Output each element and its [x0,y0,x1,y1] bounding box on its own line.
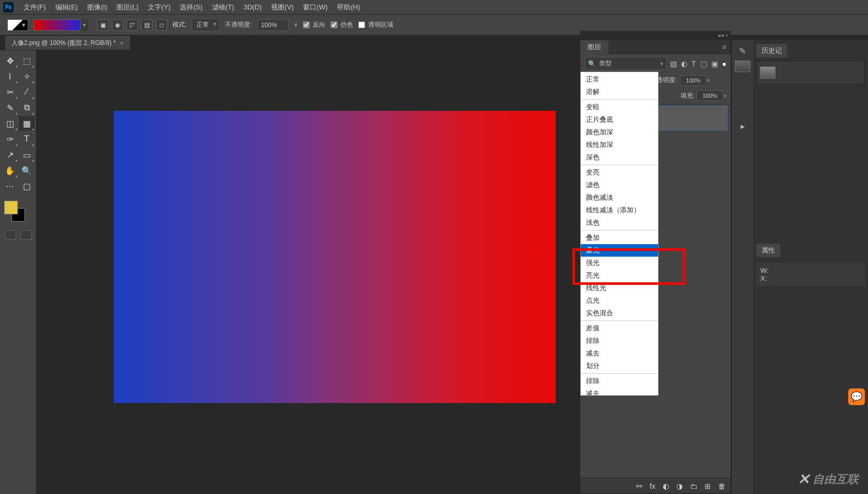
artboard-tool[interactable]: ▢ [19,179,34,193]
blend-vividlight[interactable]: 亮光 [581,269,658,282]
menu-3d[interactable]: 3D(D) [239,3,266,11]
type-tool[interactable]: T [19,132,34,146]
document-tab[interactable]: 人像2.png @ 100% (图层 2, RGB/8) * × [5,36,130,50]
blend-subtract2[interactable]: 减去 [581,387,658,396]
blend-exclusion2[interactable]: 排除 [581,375,658,387]
canvas[interactable] [114,111,556,403]
eyedropper-tool[interactable]: ⁄ [19,85,34,99]
blend-divide[interactable]: 划分 [581,360,658,372]
hand-tool[interactable]: ✋ [2,163,18,178]
menu-file[interactable]: 文件(F) [19,3,51,12]
menu-layer[interactable]: 图层(L) [112,3,143,12]
fill-input[interactable]: 100% [697,90,723,101]
blend-normal[interactable]: 正常 [581,73,658,86]
history-tab[interactable]: 历史记 [756,44,787,58]
filter-pixel-icon[interactable]: ▧ [670,60,677,68]
gradient-tool[interactable]: ▦ [19,116,34,131]
color-wells[interactable] [2,199,34,225]
layer-mask-icon[interactable]: ◐ [663,482,669,490]
opacity-input[interactable]: 100% [257,19,289,31]
gradient-diamond-icon[interactable]: ◇ [156,19,167,31]
menu-view[interactable]: 视图(V) [266,3,298,12]
menu-edit[interactable]: 编辑(E) [51,3,83,12]
foreground-color[interactable] [4,201,18,214]
move-tool[interactable]: ✥ [2,53,18,68]
filter-adjust-icon[interactable]: ◐ [681,60,687,68]
history-row[interactable] [756,61,865,85]
blend-dissolve[interactable]: 溶解 [581,86,658,98]
adjustment-layer-icon[interactable]: ◑ [676,482,683,490]
lasso-tool[interactable]: ⌇ [2,69,18,84]
blend-lighten[interactable]: 变亮 [581,166,658,179]
blend-mode-dropdown[interactable]: 正常 溶解 变暗 正片叠底 颜色加深 线性加深 深色 变亮 滤色 颜色减淡 线性… [580,72,659,396]
transparency-checkbox[interactable]: 透明区域 [358,20,393,29]
panel-collapse-icon[interactable]: ◂◂ × [718,32,729,39]
mode-select[interactable]: 正常 [192,18,220,31]
reverse-checkbox[interactable]: 反向 [303,20,325,29]
blend-exclusion[interactable]: 排除 [581,335,658,347]
blend-hardmix[interactable]: 实色混合 [581,307,658,319]
path-tool[interactable]: ↗ [2,147,18,162]
gradient-angle-icon[interactable]: ◸ [126,19,138,31]
clone-tool[interactable]: ⧉ [19,100,34,115]
blend-subtract[interactable]: 减去 [581,347,658,360]
filter-shape-icon[interactable]: ▢ [700,60,707,68]
blend-pinlight[interactable]: 点光 [581,294,658,307]
crop-tool[interactable]: ✂ [2,85,18,99]
blend-difference[interactable]: 差值 [581,322,658,335]
pen-tool[interactable]: ✑ [2,132,18,146]
dither-checkbox[interactable]: 仿色 [331,20,353,29]
menu-help[interactable]: 帮助(H) [332,3,365,12]
new-layer-icon[interactable]: ⊞ [705,482,711,490]
blend-screen[interactable]: 滤色 [581,179,658,191]
menu-select[interactable]: 选择(S) [175,3,207,12]
layers-tab[interactable]: 图层 [580,40,608,54]
filter-toggle-icon[interactable]: ● [722,60,726,68]
brush-panel-icon[interactable]: ✎ [735,43,750,59]
brush-tool[interactable]: ✎ [2,100,18,115]
mini-thumb[interactable] [735,61,750,72]
shape-tool[interactable]: ▭ [19,147,34,162]
gradient-linear-icon[interactable]: ▣ [97,19,109,31]
blend-hardlight[interactable]: 强光 [581,257,658,269]
blend-overlay[interactable]: 叠加 [581,232,658,244]
layer-filter-type[interactable]: 🔍类型 [584,57,667,70]
blend-darkercolor[interactable]: 深色 [581,151,658,164]
eraser-tool[interactable]: ◫ [2,116,18,131]
gradient-radial-icon[interactable]: ◉ [112,19,123,31]
tool-preset-picker[interactable] [7,19,28,31]
filter-type-icon[interactable]: T [691,60,696,68]
layer-fx-icon[interactable]: fx [650,482,655,490]
menu-image[interactable]: 图像(I) [83,3,112,12]
menu-window[interactable]: 窗口(W) [298,3,332,12]
gradient-preview[interactable] [33,19,80,31]
screenmode-icon[interactable] [20,230,32,239]
menu-filter[interactable]: 滤镜(T) [207,3,239,12]
blend-linearlight[interactable]: 线性光 [581,282,658,294]
blend-softlight[interactable]: 柔光 [581,244,658,257]
blend-lineardodge[interactable]: 线性减淡（添加） [581,204,658,216]
edit-toolbar[interactable]: ⋯ [2,179,18,193]
close-tab-icon[interactable]: × [120,40,124,47]
link-layers-icon[interactable]: ⚯ [636,482,642,490]
panel-menu-icon[interactable]: ≡ [718,43,731,51]
blend-lightercolor[interactable]: 浅色 [581,216,658,229]
menu-text[interactable]: 文字(Y) [143,3,175,12]
blend-colorburn[interactable]: 颜色加深 [581,126,658,139]
zoom-tool[interactable]: 🔍 [19,163,34,178]
blend-multiply[interactable]: 正片叠底 [581,113,658,126]
gradient-dropdown[interactable]: ▾ [80,19,88,31]
new-group-icon[interactable]: 🗀 [690,482,697,490]
quickmask-icon[interactable] [5,230,16,239]
layer-opacity-input[interactable]: 100% [680,75,706,86]
magic-wand-tool[interactable]: ✧ [19,69,34,84]
blend-colordodge[interactable]: 颜色减淡 [581,191,658,204]
mini-expand-icon[interactable]: ▸ [735,118,750,134]
filter-smart-icon[interactable]: ▣ [711,60,718,68]
blend-linearburn[interactable]: 线性加深 [581,139,658,151]
blend-darken[interactable]: 变暗 [581,101,658,113]
delete-layer-icon[interactable]: 🗑 [718,482,725,490]
properties-tab[interactable]: 属性 [756,244,780,257]
chat-bubble-icon[interactable]: 💬 [848,388,865,405]
marquee-tool[interactable]: ⬚ [19,53,34,68]
